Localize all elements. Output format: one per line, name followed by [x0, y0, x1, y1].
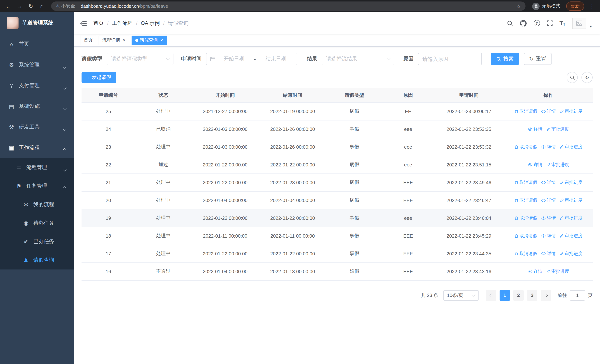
- create-leave-button[interactable]: + 发起请假: [82, 72, 116, 83]
- sidebar-item-system[interactable]: ⚙系统管理: [0, 55, 74, 75]
- sidebar-item-todo-tasks[interactable]: ◉待办任务: [0, 214, 74, 233]
- table-toolbar: + 发起请假 ↻: [82, 72, 593, 83]
- sidebar-item-workflow[interactable]: ▣工作流程: [0, 138, 74, 158]
- cell-apply_time: 2022-01-22 23:46:04: [434, 209, 504, 227]
- progress-action-link[interactable]: 审批进度: [559, 197, 582, 203]
- progress-action-link[interactable]: 审批进度: [559, 144, 582, 150]
- sidebar-item-my-process[interactable]: ✉我的流程: [0, 195, 74, 214]
- detail-action-link[interactable]: 详情: [541, 197, 556, 203]
- detail-action-link[interactable]: 详情: [541, 233, 556, 239]
- action-label: 审批进度: [551, 126, 569, 132]
- reload-button[interactable]: ↻: [26, 1, 36, 11]
- goto-page-input[interactable]: [570, 290, 585, 300]
- progress-action-link[interactable]: 审批进度: [559, 215, 582, 221]
- user-avatar[interactable]: [572, 18, 586, 29]
- forward-button[interactable]: →: [15, 1, 24, 11]
- table-row: 23处理中2022-01-03 00:00:002022-01-26 00:00…: [82, 138, 593, 156]
- progress-action-link[interactable]: 审批进度: [559, 233, 582, 239]
- cancel-action-link[interactable]: 取消请假: [514, 108, 537, 114]
- cancel-action-link[interactable]: 取消请假: [514, 233, 537, 239]
- tab-process-detail[interactable]: 流程详情×: [99, 35, 129, 45]
- cell-status: 已取消: [135, 120, 191, 138]
- detail-action-link[interactable]: 详情: [527, 268, 542, 274]
- page-button-3[interactable]: 3: [527, 290, 537, 300]
- cell-status: 处理中: [135, 138, 191, 156]
- breadcrumb-item[interactable]: 首页: [94, 20, 104, 27]
- page-button-1[interactable]: 1: [500, 290, 510, 300]
- home-button[interactable]: ⌂: [37, 1, 47, 11]
- search-button[interactable]: 搜索: [491, 53, 519, 65]
- breadcrumb-item[interactable]: OA 示例: [141, 20, 160, 27]
- result-select[interactable]: 请选择流结果: [322, 53, 394, 65]
- sidebar-item-payment[interactable]: ¥支付管理: [0, 75, 74, 96]
- tab-home[interactable]: 首页: [80, 35, 96, 45]
- detail-action-link[interactable]: 详情: [541, 108, 556, 114]
- reset-button[interactable]: ↻ 重置: [524, 53, 552, 65]
- github-icon[interactable]: [520, 20, 526, 27]
- app-logo[interactable]: 芋道管理系统: [0, 12, 74, 34]
- sidebar-item-process-mgmt[interactable]: ≣流程管理: [0, 158, 74, 177]
- tab-leave-query[interactable]: 请假查询×: [131, 35, 167, 45]
- detail-action-link[interactable]: 详情: [527, 161, 542, 168]
- cancel-action-link[interactable]: 取消请假: [514, 144, 537, 150]
- cell-type: 病假: [326, 191, 383, 209]
- security-status[interactable]: ⚠ 不安全: [56, 3, 75, 9]
- progress-action-link[interactable]: 审批进度: [546, 126, 569, 132]
- browser-menu-icon[interactable]: ⋮: [588, 3, 596, 9]
- bookmark-star-icon[interactable]: ☆: [516, 3, 521, 9]
- detail-action-link[interactable]: 详情: [541, 215, 556, 221]
- cell-reason: EEE: [383, 245, 434, 262]
- yen-icon: ¥: [8, 83, 15, 89]
- page-size-select[interactable]: 10条/页: [443, 290, 479, 300]
- eye-icon: [527, 269, 532, 273]
- progress-action-link[interactable]: 审批进度: [559, 250, 582, 257]
- sidebar-item-task-mgmt[interactable]: ⚑任务管理: [0, 177, 74, 195]
- sidebar-item-devtools[interactable]: ⚒研发工具: [0, 117, 74, 138]
- reason-input[interactable]: [418, 53, 482, 65]
- chevron-down-icon: [63, 127, 66, 131]
- avatar-caret-icon[interactable]: ▾: [590, 24, 592, 29]
- detail-action-link[interactable]: 详情: [527, 126, 542, 132]
- search-icon[interactable]: [507, 20, 513, 26]
- sidebar-item-leave-query[interactable]: ♟请假查询: [0, 251, 74, 270]
- cancel-action-link[interactable]: 取消请假: [514, 215, 537, 221]
- cell-reason: EEE: [383, 262, 434, 280]
- chevron-down-icon: [166, 56, 169, 60]
- fullscreen-icon[interactable]: [547, 20, 552, 26]
- sidebar-item-done-tasks[interactable]: ✔已办任务: [0, 233, 74, 251]
- apply-time-range-picker[interactable]: 开始日期 - 结束日期: [206, 53, 297, 65]
- detail-action-link[interactable]: 详情: [541, 250, 556, 257]
- prev-page-button[interactable]: [486, 290, 496, 300]
- cancel-action-link[interactable]: 取消请假: [514, 179, 537, 186]
- font-size-icon[interactable]: TT: [559, 20, 565, 26]
- back-button[interactable]: ←: [4, 1, 13, 11]
- close-icon[interactable]: ×: [123, 38, 125, 43]
- progress-action-link[interactable]: 审批进度: [546, 268, 569, 274]
- collapse-sidebar-icon[interactable]: [80, 20, 87, 26]
- sidebar-item-home[interactable]: ⌂首页: [0, 34, 74, 55]
- edit-icon: [559, 180, 563, 184]
- cancel-action-link[interactable]: 取消请假: [514, 250, 537, 257]
- cancel-action-link[interactable]: 取消请假: [514, 197, 537, 203]
- progress-action-link[interactable]: 审批进度: [546, 161, 569, 168]
- toggle-search-button[interactable]: [567, 72, 578, 83]
- progress-action-link[interactable]: 审批进度: [559, 179, 582, 186]
- edit-icon: [559, 252, 563, 256]
- sidebar-item-infrastructure[interactable]: ▤基础设施: [0, 96, 74, 117]
- page-button-2[interactable]: 2: [513, 290, 524, 300]
- breadcrumb-item[interactable]: 请假查询: [168, 20, 189, 27]
- progress-action-link[interactable]: 审批进度: [559, 108, 582, 114]
- refresh-table-button[interactable]: ↻: [581, 72, 593, 83]
- detail-action-link[interactable]: 详情: [541, 179, 556, 186]
- url-bar[interactable]: ⚠ 不安全 dashboard.yudao.iocoder.cn/bpm/oa/…: [51, 1, 525, 11]
- close-icon[interactable]: ×: [160, 38, 163, 43]
- delete-icon: [514, 180, 518, 184]
- leave-type-select[interactable]: 请选择请假类型: [107, 53, 173, 65]
- update-button[interactable]: 更新: [566, 1, 584, 11]
- help-icon[interactable]: ?: [534, 20, 540, 26]
- detail-action-link[interactable]: 详情: [541, 144, 556, 150]
- breadcrumb-item[interactable]: 工作流程: [112, 20, 133, 27]
- next-page-button[interactable]: [541, 290, 551, 300]
- cell-reason: eee: [383, 209, 434, 227]
- edit-icon: [546, 269, 550, 273]
